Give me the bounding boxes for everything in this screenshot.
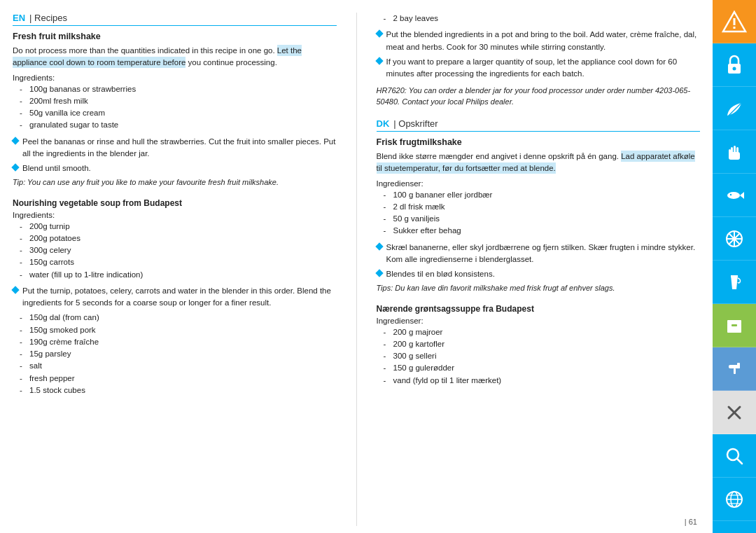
dk-recipe1-intro-text: Blend ikke større mængder end angivet i … [377, 152, 619, 160]
sidebar: ? [713, 0, 756, 533]
question-icon-btn[interactable]: ? [713, 521, 756, 533]
en-extra-step1-text: Put the blended ingredients in a pot and… [386, 29, 701, 53]
svg-rect-9 [729, 149, 731, 155]
en-extra-items: 2 bay leaves [377, 13, 701, 25]
en-recipe1-step2: Blend until smooth. [13, 162, 337, 174]
list-item: 300g celery [20, 244, 337, 256]
list-item: 100g bananas or strawberries [20, 83, 337, 95]
list-item: vand (fyld op til 1 liter mærket) [384, 375, 701, 387]
svg-rect-2 [734, 27, 736, 29]
en-section-header: EN | Recipes [13, 13, 337, 26]
dk-recipe1-step2-text: Blendes til en blød konsistens. [386, 268, 701, 280]
main-content: EN | Recipes Fresh fruit milkshake Do no… [0, 0, 713, 533]
list-item: 200g turnip [20, 221, 337, 233]
dk-recipe2-title: Nærende grøntsagssuppe fra Budapest [377, 304, 701, 314]
en-recipe2-ingredient-list1: 200g turnip 200g potatoes 300g celery 15… [13, 221, 337, 281]
fish-icon-btn[interactable] [713, 174, 756, 217]
svg-line-28 [737, 459, 742, 464]
en-extra-step1: Put the blended ingredients in a pot and… [377, 29, 701, 53]
en-order-note: HR7620: You can order a blender jar for … [377, 85, 701, 107]
en-recipe2-ingredient-list2: 150g dal (from can) 150g smoked pork 190… [13, 312, 337, 396]
en-recipe2-step1: Put the turnip, potatoes, celery, carrot… [13, 285, 337, 310]
en-recipe1-tip: Tip: You can use any fruit you like to m… [13, 177, 337, 188]
en-recipe1-ingredients-label: Ingredients: [13, 74, 337, 82]
bullet-icon [375, 30, 383, 38]
svg-rect-24 [737, 363, 740, 368]
column-divider [356, 13, 357, 526]
list-item: 2 dl frisk mælk [384, 201, 701, 213]
svg-rect-8 [736, 147, 738, 153]
list-item: 200g potatoes [20, 233, 337, 244]
dk-recipe2-ingredient-list: 200 g majroer 200 g kartofler 300 g sell… [377, 326, 701, 387]
en-recipe1-intro-normal: Do not process more than the quantities … [13, 46, 275, 55]
xmark-icon-btn[interactable] [713, 391, 756, 434]
hand-icon-btn[interactable] [713, 130, 756, 174]
dk-section-title: Opskrifter [398, 118, 438, 129]
svg-rect-1 [734, 18, 736, 25]
dk-recipe2-ingredients-label: Ingredienser: [377, 317, 701, 325]
list-item: Sukker efter behag [384, 225, 701, 237]
lock-icon-btn[interactable] [713, 43, 756, 87]
dk-recipe1-step1: Skræl bananerne, eller skyl jordbærrene … [377, 242, 701, 266]
bullet-icon [11, 137, 19, 144]
dk-recipe1-step1-text: Skræl bananerne, eller skyl jordbærrene … [386, 242, 701, 266]
list-item: 50g vanilla ice cream [20, 107, 337, 119]
list-item: 50 g vaniljeis [384, 213, 701, 225]
en-recipe2-ingredients-label: Ingredients: [13, 211, 337, 219]
dk-lang-label: DK [377, 118, 390, 129]
search-icon-btn[interactable] [713, 434, 756, 478]
list-item: 1.5 stock cubes [20, 385, 337, 396]
list-item: 150 g gulerødder [384, 362, 701, 374]
jug-icon-btn[interactable] [713, 261, 756, 304]
svg-rect-18 [731, 275, 738, 277]
svg-point-4 [733, 67, 736, 70]
storage-icon-btn[interactable] [713, 304, 756, 347]
svg-rect-20 [727, 320, 741, 324]
faucet-icon-btn[interactable] [713, 347, 756, 391]
en-extra-step2-text: If you want to prepare a larger quantity… [386, 56, 701, 81]
en-recipe2-step1-text: Put the turnip, potatoes, celery, carrot… [22, 285, 337, 310]
en-section-title: Recipes [34, 13, 67, 23]
list-item: salt [20, 360, 337, 372]
left-column: EN | Recipes Fresh fruit milkshake Do no… [13, 13, 337, 526]
bullet-icon [11, 163, 19, 171]
bullet-icon [375, 57, 383, 64]
en-recipe1-title: Fresh fruit milkshake [13, 32, 337, 41]
bullet-icon [375, 269, 383, 277]
en-extra-step2: If you want to prepare a larger quantity… [377, 56, 701, 81]
list-item: 150g carrots [20, 256, 337, 268]
list-item: 200 g majroer [384, 326, 701, 338]
warning-icon-btn[interactable] [713, 0, 756, 43]
list-item: 150g smoked pork [20, 324, 337, 336]
en-recipe1-intro-end: you continue processing. [188, 58, 277, 67]
list-item: granulated sugar to taste [20, 119, 337, 131]
list-item: 300 g selleri [384, 350, 701, 362]
dk-recipe1-step2: Blendes til en blød konsistens. [377, 268, 701, 280]
en-recipe1-step1: Peel the bananas or rinse and hull the s… [13, 136, 337, 160]
svg-point-10 [727, 192, 740, 199]
svg-point-17 [733, 237, 736, 240]
en-recipe1-step1-text: Peel the bananas or rinse and hull the s… [22, 136, 337, 160]
dk-divider: | [393, 118, 398, 129]
svg-rect-6 [731, 147, 733, 154]
list-item: 200 g kartofler [384, 338, 701, 350]
list-item: 100 g bananer eller jordbær [384, 189, 701, 201]
svg-point-11 [730, 193, 732, 195]
dk-section-header: DK | Opskrifter [377, 118, 701, 132]
dk-recipe1-tip: Tips: Du kan lave din favorit milkshake … [377, 283, 701, 293]
list-item: 190g crème fraîche [20, 336, 337, 348]
bullet-icon [11, 286, 19, 293]
leaf-icon-btn[interactable] [713, 87, 756, 130]
fan-icon-btn[interactable] [713, 217, 756, 261]
en-recipe1-step2-text: Blend until smooth. [22, 162, 337, 174]
dk-recipe1-ingredients-label: Ingredienser: [377, 179, 701, 188]
svg-rect-21 [732, 324, 737, 326]
list-item: water (fill up to 1-litre indication) [20, 269, 337, 281]
page-number: | 61 [377, 515, 701, 526]
list-item: 200ml fresh milk [20, 95, 337, 107]
list-item: 150g dal (from can) [20, 312, 337, 324]
list-item: 15g parsley [20, 348, 337, 360]
en-lang-label: EN [13, 13, 25, 23]
list-item: fresh pepper [20, 373, 337, 385]
globe-icon-btn[interactable] [713, 478, 756, 521]
